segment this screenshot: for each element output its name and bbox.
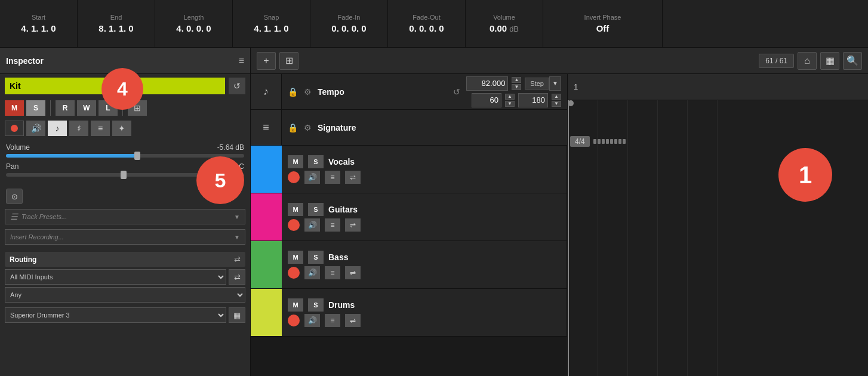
end-section: End 8. 1. 1. 0 xyxy=(78,0,155,47)
start-section: Start 4. 1. 1. 0 xyxy=(0,0,78,47)
guitars-wave-button[interactable]: ⇌ xyxy=(345,218,361,232)
time-sig-label: 4/4 xyxy=(570,136,590,147)
drums-mute-button[interactable]: M xyxy=(288,298,303,312)
top-bar: Start 4. 1. 1. 0 End 8. 1. 1. 0 Length 4… xyxy=(0,0,868,48)
time-sig-pattern xyxy=(593,139,626,144)
star-button[interactable]: ✦ xyxy=(112,121,131,136)
signature-track-icon: ≡ xyxy=(251,110,282,145)
tempo-gear-button[interactable]: ⚙ xyxy=(304,87,312,97)
tempo-mode-dropdown[interactable]: ▼ xyxy=(549,76,561,91)
piano-roll-button[interactable]: ▦ xyxy=(229,307,245,323)
bass-color-bar xyxy=(251,241,282,288)
vocals-record-button[interactable] xyxy=(288,171,300,183)
layers-button[interactable]: ⊞ xyxy=(279,52,298,70)
volume-slider-track[interactable] xyxy=(6,154,244,158)
vocals-mute-button[interactable]: M xyxy=(288,155,303,168)
guitars-solo-button[interactable]: S xyxy=(308,203,324,216)
inspector-title: Inspector xyxy=(6,56,44,66)
vocals-wave-button[interactable]: ⇌ xyxy=(345,171,361,184)
tempo-up-button[interactable]: ▲ xyxy=(512,77,521,83)
guitars-speaker-button[interactable]: 🔊 xyxy=(304,218,320,232)
drums-speaker-button[interactable]: 🔊 xyxy=(304,314,320,327)
insert-recording-button[interactable]: Insert Recording... ▼ xyxy=(5,229,245,245)
bass-wave-button[interactable]: ⇌ xyxy=(345,266,361,279)
routing-header: Routing ⇄ xyxy=(5,252,245,267)
drums-record-button[interactable] xyxy=(288,315,300,326)
drums-track-name: Drums xyxy=(328,300,355,310)
tempo-track: ♪ 🔒 ⚙ Tempo ↺ ▲ ▼ xyxy=(251,74,567,110)
vocals-track-controls: M S Vocals 🔊 ≡ ⇌ xyxy=(282,146,567,193)
tempo-min-input[interactable] xyxy=(472,93,501,107)
drums-track-controls: M S Drums 🔊 ≡ ⇌ xyxy=(282,289,567,336)
vocals-solo-button[interactable]: S xyxy=(308,155,324,168)
bass-mute-button[interactable]: M xyxy=(288,251,303,264)
tempo-max-up-button[interactable]: ▲ xyxy=(552,94,561,100)
bass-solo-button[interactable]: S xyxy=(308,251,324,264)
drums-wave-button[interactable]: ⇌ xyxy=(345,314,361,327)
tempo-refresh-button[interactable]: ↺ xyxy=(453,87,460,97)
vocals-speaker-button[interactable]: 🔊 xyxy=(304,171,320,184)
bass-eq-button[interactable]: ≡ xyxy=(325,266,340,279)
read-button[interactable]: R xyxy=(56,100,75,116)
inspector-menu-icon[interactable]: ≡ xyxy=(239,56,244,66)
tempo-lock-button[interactable]: 🔒 xyxy=(288,87,298,97)
guitars-mute-button[interactable]: M xyxy=(288,203,303,216)
routing-section: Routing ⇄ All MIDI Inputs ⇄ Any xyxy=(5,252,245,305)
note-button[interactable]: ♪ xyxy=(48,121,67,136)
track-name-refresh-button[interactable]: ↺ xyxy=(229,78,245,94)
pattern-bar-2 xyxy=(598,139,601,144)
drums-solo-button[interactable]: S xyxy=(308,298,324,312)
tempo-min-down-button[interactable]: ▼ xyxy=(505,101,515,107)
playhead-line xyxy=(568,100,569,376)
grid-icon: ▦ xyxy=(826,55,835,66)
solo-button[interactable]: S xyxy=(26,100,45,116)
vocals-track: M S Vocals 🔊 ≡ ⇌ xyxy=(251,146,567,193)
any-select[interactable]: Any xyxy=(5,287,245,303)
mute-button[interactable]: M xyxy=(5,100,24,116)
monitor-button[interactable]: ⊙ xyxy=(6,189,23,204)
routing-shuffle-icon[interactable]: ⇄ xyxy=(234,255,241,264)
guitars-record-button[interactable] xyxy=(288,219,300,231)
search-button[interactable]: 🔍 xyxy=(843,52,862,70)
start-label: Start xyxy=(32,14,45,21)
search-icon: 🔍 xyxy=(847,55,858,66)
signature-lock-button[interactable]: 🔒 xyxy=(288,123,298,132)
grid-line-5 xyxy=(717,100,718,376)
length-label: Length xyxy=(184,14,204,21)
track-presets-button[interactable]: ☰ Track Presets... ▼ xyxy=(5,209,245,224)
tempo-down-button[interactable]: ▼ xyxy=(512,84,521,90)
pan-slider-thumb xyxy=(121,171,127,179)
drums-eq-button[interactable]: ≡ xyxy=(325,314,340,327)
house-button[interactable]: ⌂ xyxy=(798,52,817,70)
tempo-max-input[interactable] xyxy=(518,93,548,107)
signature-gear-button[interactable]: ⚙ xyxy=(304,123,312,132)
bass-speaker-button[interactable]: 🔊 xyxy=(304,266,320,279)
fade-out-section: Fade-Out 0. 0. 0. 0 xyxy=(388,0,466,47)
pattern-bar-8 xyxy=(623,139,626,144)
volume-label: Volume xyxy=(493,14,515,21)
volume-slider-thumb xyxy=(134,152,140,160)
tempo-track-name: Tempo xyxy=(318,87,344,97)
track-presets-label: Track Presets... xyxy=(21,213,67,220)
transport-buttons-row2: 🔊 ♪ ♯ ≡ ✦ xyxy=(0,118,250,138)
bass-record-button[interactable] xyxy=(288,267,300,279)
guitars-eq-button[interactable]: ≡ xyxy=(325,218,340,232)
volume-unit: dB xyxy=(509,24,519,33)
tempo-max-down-button[interactable]: ▼ xyxy=(552,101,561,107)
add-track-button[interactable]: + xyxy=(257,52,276,70)
speaker-button[interactable]: 🔊 xyxy=(26,121,45,136)
signature-track-name: Signature xyxy=(318,123,356,132)
tempo-value-input[interactable] xyxy=(466,76,508,91)
piano-button[interactable]: ♯ xyxy=(69,121,88,136)
grid-button[interactable]: ▦ xyxy=(820,52,839,70)
midi-input-select[interactable]: All MIDI Inputs xyxy=(5,269,226,285)
vocals-eq-button[interactable]: ≡ xyxy=(325,171,340,184)
eq-button[interactable]: ≡ xyxy=(91,121,110,136)
superior-drummer-select[interactable]: Superior Drummer 3 xyxy=(5,307,226,323)
tempo-min-up-button[interactable]: ▲ xyxy=(505,94,515,100)
write-button[interactable]: W xyxy=(77,100,96,116)
timeline-content: 4/4 1 xyxy=(568,100,868,376)
length-section: Length 4. 0. 0. 0 xyxy=(155,0,233,47)
record-button[interactable] xyxy=(5,121,24,136)
midi-shuffle-button[interactable]: ⇄ xyxy=(229,269,245,285)
